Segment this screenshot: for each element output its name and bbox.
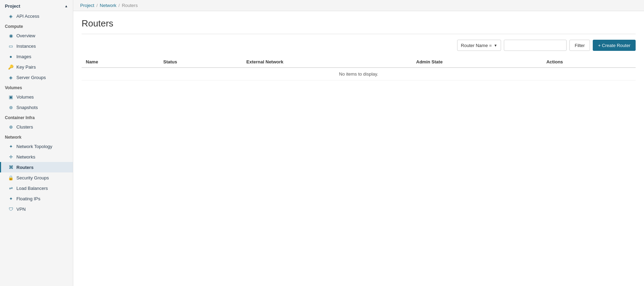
sidebar-item-label-volumes: Volumes <box>16 94 34 100</box>
instances-icon: ▭ <box>8 43 14 49</box>
api-access-icon: ◈ <box>8 13 14 19</box>
chevron-down-icon: ▼ <box>494 44 497 47</box>
breadcrumb-sep-1: / <box>96 3 98 8</box>
server-groups-icon: ◈ <box>8 75 14 80</box>
sidebar-item-label-network-topology: Network Topology <box>16 144 52 149</box>
sidebar-item-label-snapshots: Snapshots <box>16 105 38 110</box>
sidebar-item-images[interactable]: ●Images <box>0 51 73 62</box>
networks-icon: ✛ <box>8 154 14 160</box>
sidebar-item-label-images: Images <box>16 54 31 59</box>
sidebar-item-network-topology[interactable]: ✦Network Topology <box>0 141 73 152</box>
sidebar-project-header[interactable]: Project ▲ <box>0 0 73 11</box>
breadcrumb-network[interactable]: Network <box>100 3 116 8</box>
sidebar-item-label-vpn: VPN <box>16 207 26 212</box>
col-header-actions[interactable]: Actions <box>542 56 636 68</box>
clusters-icon: ⊕ <box>8 124 14 130</box>
breadcrumb: Project / Network / Routers <box>73 0 644 11</box>
sidebar: Project ▲ ◈ API Access Compute◉Overview▭… <box>0 0 73 286</box>
sidebar-item-floating-ips[interactable]: ✦Floating IPs <box>0 193 73 204</box>
toolbar: Router Name = ▼ Filter + Create Router <box>82 40 636 51</box>
routers-icon: ⌘ <box>8 164 14 170</box>
sidebar-item-server-groups[interactable]: ◈Server Groups <box>0 72 73 83</box>
sidebar-item-overview[interactable]: ◉Overview <box>0 30 73 41</box>
overview-icon: ◉ <box>8 33 14 38</box>
breadcrumb-current: Routers <box>122 3 138 8</box>
breadcrumb-sep-2: / <box>119 3 120 8</box>
security-groups-icon: 🔒 <box>8 175 14 180</box>
sidebar-item-api-access[interactable]: ◈ API Access <box>0 11 73 21</box>
create-router-button[interactable]: + Create Router <box>593 40 636 51</box>
table-empty-row: No items to display. <box>82 68 636 80</box>
col-header-name[interactable]: Name <box>82 56 159 68</box>
sidebar-item-label-overview: Overview <box>16 33 35 38</box>
sidebar-item-label-security-groups: Security Groups <box>16 175 49 180</box>
sidebar-item-label-key-pairs: Key Pairs <box>16 64 36 70</box>
table-header-row: Name Status External Network Admin State… <box>82 56 636 68</box>
sidebar-item-clusters[interactable]: ⊕Clusters <box>0 122 73 132</box>
table-empty-message: No items to display. <box>82 68 636 80</box>
volumes-icon: ▣ <box>8 94 14 100</box>
sidebar-item-label-server-groups: Server Groups <box>16 75 46 80</box>
sidebar-group-container-infra: Container Infra <box>0 113 73 122</box>
sidebar-item-label-instances: Instances <box>16 44 36 49</box>
filter-dropdown-label: Router Name = <box>461 43 492 48</box>
sidebar-item-label-load-balancers: Load Balancers <box>16 186 48 191</box>
snapshots-icon: ⊛ <box>8 105 14 110</box>
filter-input[interactable] <box>504 40 567 51</box>
sidebar-item-label-routers: Routers <box>16 165 33 170</box>
breadcrumb-project[interactable]: Project <box>80 3 94 8</box>
col-header-external-network[interactable]: External Network <box>242 56 412 68</box>
sidebar-group-volumes: Volumes <box>0 83 73 92</box>
filter-button[interactable]: Filter <box>569 40 590 51</box>
routers-table: Name Status External Network Admin State… <box>82 56 636 80</box>
page-content: Routers Router Name = ▼ Filter + Create … <box>73 11 644 286</box>
load-balancers-icon: ⇌ <box>8 185 14 191</box>
floating-ips-icon: ✦ <box>8 196 14 201</box>
sidebar-group-network: Network <box>0 132 73 141</box>
sidebar-group-compute: Compute <box>0 21 73 30</box>
sidebar-arrow: ▲ <box>65 4 68 8</box>
sidebar-item-snapshots[interactable]: ⊛Snapshots <box>0 102 73 113</box>
sidebar-item-label: API Access <box>16 14 39 19</box>
sidebar-item-vpn[interactable]: 🛡VPN <box>0 204 73 214</box>
page-title: Routers <box>82 18 636 34</box>
col-header-admin-state[interactable]: Admin State <box>412 56 542 68</box>
main-content: Project / Network / Routers Routers Rout… <box>73 0 644 286</box>
filter-dropdown[interactable]: Router Name = ▼ <box>457 40 501 51</box>
sidebar-item-routers[interactable]: ⌘Routers <box>0 162 73 172</box>
sidebar-item-key-pairs[interactable]: 🔑Key Pairs <box>0 62 73 72</box>
sidebar-item-instances[interactable]: ▭Instances <box>0 41 73 51</box>
sidebar-project-label: Project <box>5 3 20 9</box>
sidebar-item-label-networks: Networks <box>16 154 35 160</box>
sidebar-item-security-groups[interactable]: 🔒Security Groups <box>0 172 73 183</box>
sidebar-item-volumes[interactable]: ▣Volumes <box>0 92 73 102</box>
sidebar-item-networks[interactable]: ✛Networks <box>0 152 73 162</box>
sidebar-item-load-balancers[interactable]: ⇌Load Balancers <box>0 183 73 193</box>
network-topology-icon: ✦ <box>8 144 14 149</box>
col-header-status[interactable]: Status <box>159 56 242 68</box>
sidebar-item-label-floating-ips: Floating IPs <box>16 196 40 201</box>
vpn-icon: 🛡 <box>8 206 14 212</box>
key-pairs-icon: 🔑 <box>8 64 14 70</box>
images-icon: ● <box>8 54 14 59</box>
sidebar-item-label-clusters: Clusters <box>16 124 33 130</box>
